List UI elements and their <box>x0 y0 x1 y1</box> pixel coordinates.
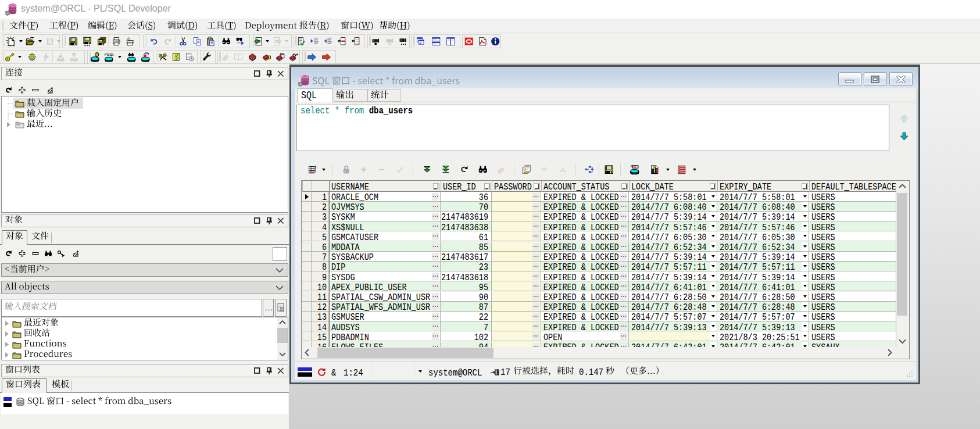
svg-text:SQL: SQL <box>107 52 113 56</box>
